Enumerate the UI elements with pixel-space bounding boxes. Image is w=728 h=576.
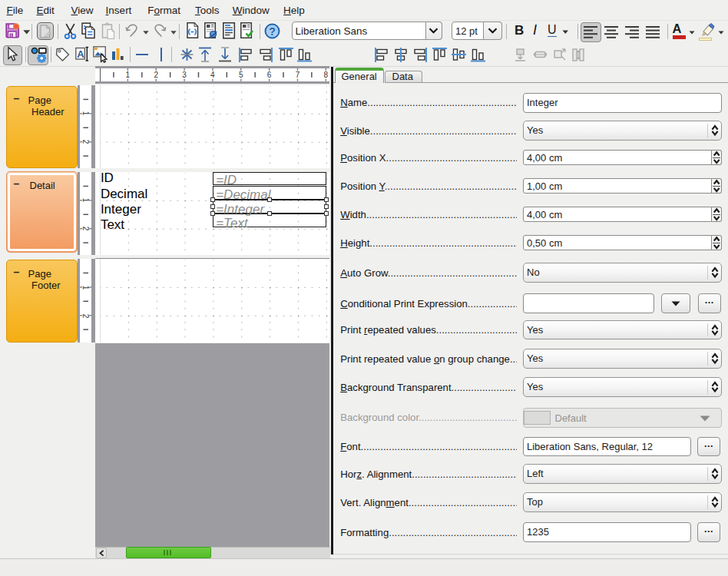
svg-text:A: A	[77, 48, 84, 60]
svg-text:?: ?	[269, 25, 276, 38]
